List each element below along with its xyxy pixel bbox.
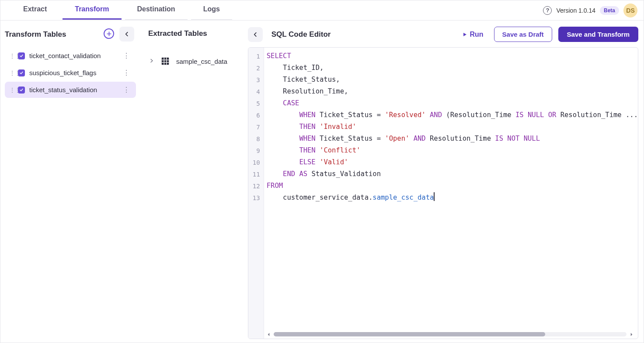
scrollbar-track[interactable] xyxy=(274,332,627,336)
topbar: Extract Transform Destination Logs ? Ver… xyxy=(0,0,644,21)
play-icon xyxy=(462,32,467,37)
transform-table-item[interactable]: ⋮⋮ticket_contact_validation⋮ xyxy=(5,48,136,64)
scroll-left-icon[interactable] xyxy=(266,331,272,337)
line-gutter: 12345678910111213 xyxy=(248,48,264,339)
item-menu-icon[interactable]: ⋮ xyxy=(121,86,132,94)
help-icon[interactable]: ? xyxy=(543,6,552,15)
code-content[interactable]: SELECT Ticket_ID, Ticket_Status, Resolut… xyxy=(264,48,638,339)
tab-logs[interactable]: Logs xyxy=(191,1,232,20)
transform-table-item[interactable]: ⋮⋮suspicious_ticket_flags⋮ xyxy=(5,65,136,81)
transform-tables-panel: Transform Tables ⋮⋮ticket_contact_valida… xyxy=(0,21,139,343)
beta-badge: Beta xyxy=(600,6,619,15)
tab-destination[interactable]: Destination xyxy=(125,1,188,20)
check-icon xyxy=(18,69,25,76)
chevron-right-icon[interactable] xyxy=(149,57,154,65)
editor-header: SQL Code Editor Run Save as Draft Save a… xyxy=(248,27,638,47)
save-transform-button[interactable]: Save and Transform xyxy=(558,27,638,42)
collapse-editor-panel-button[interactable] xyxy=(248,27,263,42)
drag-handle-icon[interactable]: ⋮⋮ xyxy=(9,69,14,76)
scrollbar-thumb[interactable] xyxy=(274,332,546,336)
transform-table-label: ticket_status_validation xyxy=(29,86,117,94)
tab-transform[interactable]: Transform xyxy=(63,1,121,20)
run-button[interactable]: Run xyxy=(458,28,487,41)
drag-handle-icon[interactable]: ⋮⋮ xyxy=(9,52,14,59)
version-label: Version 1.0.14 xyxy=(556,7,595,14)
check-icon xyxy=(18,52,25,59)
editor-panel: SQL Code Editor Run Save as Draft Save a… xyxy=(244,21,644,343)
scroll-right-icon[interactable] xyxy=(628,331,634,337)
main-area: Transform Tables ⋮⋮ticket_contact_valida… xyxy=(0,21,644,343)
transform-tables-list: ⋮⋮ticket_contact_validation⋮⋮⋮suspicious… xyxy=(5,48,136,98)
extracted-tables-panel: Extracted Tables sample_csc_data xyxy=(139,21,244,343)
code-editor[interactable]: 12345678910111213 SELECT Ticket_ID, Tick… xyxy=(248,47,638,339)
transform-table-label: ticket_contact_validation xyxy=(29,52,117,59)
extracted-table-item[interactable]: sample_csc_data xyxy=(146,53,242,69)
extracted-tables-title: Extracted Tables xyxy=(146,29,207,38)
check-icon xyxy=(18,87,25,94)
collapse-left-panel-button[interactable] xyxy=(119,27,134,42)
transform-tables-title: Transform Tables xyxy=(5,30,66,39)
table-icon xyxy=(160,56,170,66)
horizontal-scrollbar[interactable] xyxy=(266,331,634,337)
add-table-button[interactable] xyxy=(104,28,114,39)
drag-handle-icon[interactable]: ⋮⋮ xyxy=(9,87,14,94)
tab-extract[interactable]: Extract xyxy=(11,1,59,20)
save-draft-button[interactable]: Save as Draft xyxy=(494,27,552,42)
run-button-label: Run xyxy=(470,31,483,38)
transform-table-label: suspicious_ticket_flags xyxy=(29,69,117,76)
item-menu-icon[interactable]: ⋮ xyxy=(121,69,132,77)
svg-rect-0 xyxy=(162,58,169,65)
topbar-right: ? Version 1.0.14 Beta DS xyxy=(543,3,637,17)
extracted-table-label: sample_csc_data xyxy=(176,58,227,65)
extracted-tables-list: sample_csc_data xyxy=(146,53,242,69)
item-menu-icon[interactable]: ⋮ xyxy=(121,52,132,60)
avatar[interactable]: DS xyxy=(623,3,637,17)
transform-table-item[interactable]: ⋮⋮ticket_status_validation⋮ xyxy=(5,82,136,98)
main-tabs: Extract Transform Destination Logs xyxy=(11,1,232,20)
editor-title: SQL Code Editor xyxy=(272,30,331,39)
